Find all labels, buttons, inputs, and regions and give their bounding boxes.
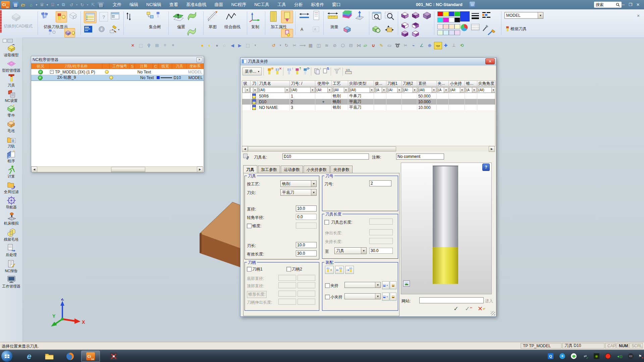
- menu-nc-program[interactable]: NC程序: [231, 2, 246, 8]
- sidebar-item-calculate[interactable]: 计算: [0, 165, 22, 178]
- color-yellow[interactable]: [443, 11, 449, 16]
- chevron-down-icon[interactable]: ▾: [538, 12, 543, 18]
- tree-icon-2[interactable]: [156, 11, 160, 18]
- redo-icon[interactable]: ↻: [79, 1, 86, 8]
- window-select-icon[interactable]: ⊞: [153, 42, 161, 49]
- menu-button[interactable]: 菜单...▾: [243, 67, 262, 75]
- angle-snap-icon[interactable]: ∠: [418, 42, 425, 49]
- normal-arrow-icon[interactable]: [355, 10, 364, 21]
- collapse-icon[interactable]: −: [50, 70, 54, 74]
- pencil-snap-icon[interactable]: ✎: [378, 42, 385, 49]
- dialog-title-bar[interactable]: 刀具及夹持 ✕: [240, 58, 496, 65]
- menu-view[interactable]: 查看: [169, 2, 178, 8]
- chevron-down-icon[interactable]: ▾: [252, 42, 259, 49]
- menu-tools[interactable]: 工具: [277, 2, 286, 8]
- taskbar-cad-app-icon[interactable]: [109, 352, 118, 361]
- taskbar-browser-icon[interactable]: e: [25, 352, 34, 361]
- tip-select[interactable]: 平底刀▾: [280, 189, 317, 196]
- menu-edit[interactable]: 编辑: [129, 2, 138, 8]
- attr-cylinder-icon[interactable]: [268, 11, 278, 22]
- comment-input[interactable]: [396, 154, 444, 160]
- menu-standard-parts[interactable]: 标准件: [311, 2, 324, 8]
- sidebar-item-post-process[interactable]: 后处理: [0, 243, 22, 257]
- website-input[interactable]: [419, 297, 484, 303]
- current-color-swatch[interactable]: [460, 11, 470, 21]
- attr-tool-icon[interactable]: [281, 10, 293, 23]
- small-holder-add-icon[interactable]: ⬓＋: [382, 293, 389, 301]
- color-pastel-3[interactable]: [449, 24, 454, 29]
- color-pastel-8[interactable]: [454, 30, 460, 35]
- composite-curve-icon[interactable]: [225, 12, 237, 21]
- sidebar-item-rest-stock[interactable]: 残留毛坯: [0, 228, 22, 241]
- pick-filter-icon[interactable]: ⚲: [145, 42, 153, 49]
- assembly-build-icon[interactable]: ＋: [325, 266, 334, 274]
- composite-curve-label[interactable]: 组合曲线: [220, 24, 245, 30]
- nc-table-header[interactable]: 状况 刀轨/程序名称 工作编号 S 注释 C 线宽 刀具 坐标系: [31, 63, 204, 69]
- color-blue[interactable]: [449, 11, 454, 16]
- minimize-button[interactable]: ─: [620, 2, 627, 8]
- menu-analysis[interactable]: 分析: [294, 2, 303, 8]
- diameter-input[interactable]: [296, 205, 317, 212]
- dropdown-icon[interactable]: ▾: [47, 3, 48, 6]
- display-cube-icon-3[interactable]: [400, 21, 409, 29]
- enter-link[interactable]: 进入: [485, 298, 493, 304]
- scroll-thumb[interactable]: [248, 146, 396, 152]
- tree-label[interactable]: 集合树: [144, 24, 166, 30]
- color-white[interactable]: [449, 17, 454, 22]
- copy-tool-icon[interactable]: ↑: [313, 67, 321, 75]
- layer-combo[interactable]: MODEL ▾: [504, 12, 543, 19]
- color-red[interactable]: [437, 11, 443, 16]
- light-on-icon[interactable]: ●: [199, 42, 206, 49]
- print-icon[interactable]: ⌺: [49, 1, 56, 8]
- undo-icon[interactable]: ↺: [68, 1, 75, 8]
- taskbar-active-app[interactable]: Ci14: [81, 351, 100, 362]
- shank1-checkbox[interactable]: [247, 267, 252, 272]
- assembly-in-icon[interactable]: ⇤: [335, 266, 344, 274]
- copy-icon[interactable]: [249, 11, 260, 22]
- sidebar-item-work-manager[interactable]: 工作管理器: [0, 275, 22, 288]
- to-select[interactable]: 刀具▾: [334, 247, 367, 254]
- add-tool-icon[interactable]: ✱: [265, 67, 273, 75]
- sidebar-item-tool[interactable]: 刀具: [0, 74, 22, 87]
- toolbar-close-icon[interactable]: ✕: [636, 13, 641, 18]
- sidebar-item-navigator[interactable]: 导航器: [0, 196, 22, 209]
- color-black[interactable]: [454, 17, 460, 22]
- sketch-icon[interactable]: [207, 11, 218, 22]
- close-button[interactable]: ✕: [634, 2, 642, 8]
- color-pastel-7[interactable]: [449, 30, 454, 35]
- rainbow-surface-icon[interactable]: [341, 10, 353, 20]
- toolpath-light-icon[interactable]: [56, 11, 67, 22]
- search-input[interactable]: 搜索: [594, 2, 622, 8]
- width-measure-icon[interactable]: [299, 11, 310, 20]
- load-tool-icon[interactable]: ↑: [285, 67, 293, 75]
- sidebar-item-program[interactable]: ✶ 程序: [0, 149, 22, 163]
- menu-surface[interactable]: 曲面: [214, 2, 223, 8]
- taper-checkbox[interactable]: [247, 224, 252, 228]
- ruler-123-icon[interactable]: 123: [344, 67, 353, 75]
- export-icon[interactable]: ⌸: [39, 1, 45, 8]
- note-icon[interactable]: [313, 11, 320, 20]
- tray-audio-icon[interactable]: ◄)): [616, 353, 622, 359]
- chain-select-icon[interactable]: ⌗: [161, 42, 169, 49]
- redo-icon[interactable]: ↻: [283, 42, 290, 49]
- zoom-box-icon[interactable]: [384, 11, 394, 21]
- scroll-right-icon[interactable]: ▶: [489, 146, 495, 152]
- dropdown-icon[interactable]: ▾: [36, 3, 37, 6]
- tab-small-holder-params[interactable]: 小夹持参数: [304, 166, 330, 173]
- total-length-checkbox[interactable]: [324, 220, 329, 225]
- color-palette[interactable]: [437, 11, 460, 23]
- delete-tool-icon[interactable]: ✕: [273, 67, 281, 75]
- trim-icon[interactable]: ✂: [291, 42, 298, 49]
- swap-order-icon[interactable]: [125, 12, 131, 21]
- close-icon[interactable]: ✕: [485, 58, 495, 64]
- tray-record-icon[interactable]: [605, 353, 611, 359]
- tool-row-50r6[interactable]: 50R6 1 铣削 牛鼻刀 50.000 6.0: [242, 93, 495, 99]
- tool-table-header[interactable]: 状刀 刀具名刀号: / 使用中工艺 尖部/类型拨... 刀柄1刀柄2 直径夹..…: [242, 81, 495, 86]
- small-holder-checkbox[interactable]: [325, 295, 330, 299]
- tree-icon-1[interactable]: [146, 11, 154, 20]
- shank2-checkbox[interactable]: [286, 267, 291, 272]
- dropdown-icon[interactable]: ▾: [87, 3, 88, 6]
- color-wheel-icon[interactable]: [460, 23, 468, 32]
- visibility-bulb-icon[interactable]: [109, 76, 113, 79]
- start-button[interactable]: [1, 351, 12, 362]
